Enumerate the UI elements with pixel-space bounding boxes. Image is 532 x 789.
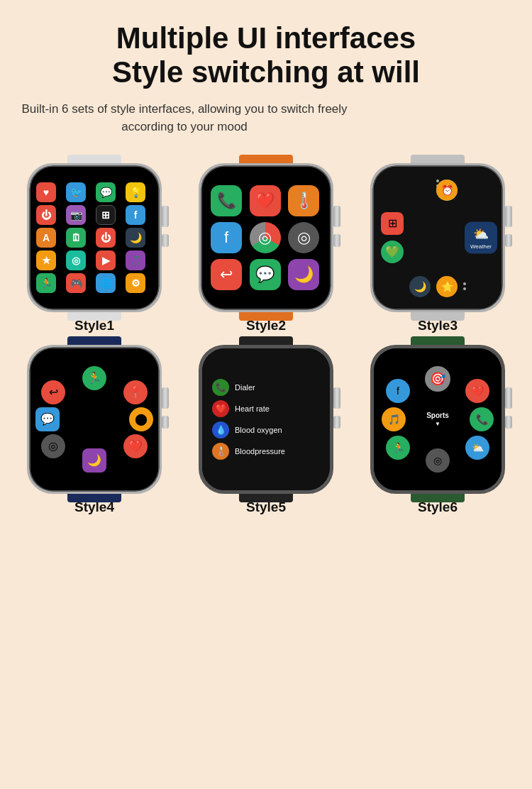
- watch-screen-style1: ♥ 🐦 💬 💡 ⏻ 📷 ⊞ f A 🗓 ⏻: [31, 167, 158, 309]
- menu-item-heartrate: ❤️ Heart rate: [212, 400, 320, 417]
- watch-container-style1: ♥ 🐦 💬 💡 ⏻ 📷 ⊞ f A 🗓 ⏻: [27, 163, 162, 312]
- menu-icon-heartrate: ❤️: [212, 400, 229, 417]
- watch-crown2-style3: [505, 234, 512, 247]
- watch-crown2-style1: [162, 234, 169, 247]
- watch-container-style3: 💬 ⏰ ⊞ 💚: [370, 163, 505, 312]
- watch-screen-style5: 📞 Dialer ❤️ Heart rate 💧 Blood oxygen: [202, 348, 330, 490]
- watch-case-style6: Sports ▼ 🎯 ❤️ 📞: [370, 345, 505, 494]
- menu-icon-dialer: 📞: [212, 379, 229, 396]
- watch-item-style2: 📞 ❤️ 🌡️ f ◎ ◎ ↩ 💬 🌙: [186, 163, 346, 333]
- watch-item-style1: ♥ 🐦 💬 💡 ⏻ 📷 ⊞ f A 🗓 ⏻: [14, 163, 174, 333]
- watch-case-style1: ♥ 🐦 💬 💡 ⏻ 📷 ⊞ f A 🗓 ⏻: [27, 163, 162, 312]
- watch-case-style3: 💬 ⏰ ⊞ 💚: [370, 163, 505, 312]
- watch-screen-style4: 🏃 📍 ⬤ ❤️ 🌙 ◎: [31, 348, 158, 490]
- menu-label-bloodpressure: Bloodpressure: [235, 447, 285, 456]
- watch-screen-style3: 💬 ⏰ ⊞ 💚: [374, 167, 501, 309]
- page-header: Multiple UI interfaces Style switching a…: [14, 21, 518, 156]
- menu-label-heartrate: Heart rate: [235, 404, 270, 413]
- watch-crown-style4: [162, 387, 169, 409]
- page-title: Multiple UI interfaces Style switching a…: [14, 21, 518, 90]
- menu-item-bloodoxygen: 💧 Blood oxygen: [212, 421, 320, 438]
- watch-screen-style2: 📞 ❤️ 🌡️ f ◎ ◎ ↩ 💬 🌙: [202, 167, 330, 309]
- watch-item-style4: 🏃 📍 ⬤ ❤️ 🌙 ◎: [14, 345, 174, 515]
- watch-case-style2: 📞 ❤️ 🌡️ f ◎ ◎ ↩ 💬 🌙: [199, 163, 333, 312]
- screen-content-style5: 📞 Dialer ❤️ Heart rate 💧 Blood oxygen: [202, 348, 330, 490]
- screen-content-style1: ♥ 🐦 💬 💡 ⏻ 📷 ⊞ f A 🗓 ⏻: [31, 167, 158, 309]
- page-subtitle: Built-in 6 sets of style interfaces, all…: [14, 100, 355, 136]
- watch-case-style5: 📞 Dialer ❤️ Heart rate 💧 Blood oxygen: [199, 345, 333, 494]
- watch-screen-style6: Sports ▼ 🎯 ❤️ 📞: [374, 348, 501, 490]
- menu-label-dialer: Dialer: [235, 383, 255, 392]
- menu-icon-bloodoxygen: 💧: [212, 421, 229, 438]
- watch-crown2-style2: [333, 234, 340, 247]
- watch-crown-style1: [162, 206, 169, 227]
- watch-crown-style5: [333, 387, 340, 409]
- watch-crown-style2: [333, 206, 340, 227]
- watch-item-style6: Sports ▼ 🎯 ❤️ 📞: [358, 345, 518, 515]
- watch-container-style4: 🏃 📍 ⬤ ❤️ 🌙 ◎: [27, 345, 162, 494]
- watch-item-style3: 💬 ⏰ ⊞ 💚: [358, 163, 518, 333]
- watch-container-style6: Sports ▼ 🎯 ❤️ 📞: [370, 345, 505, 494]
- watch-container-style2: 📞 ❤️ 🌡️ f ◎ ◎ ↩ 💬 🌙: [199, 163, 333, 312]
- sports-label: Sports: [426, 412, 449, 419]
- watch-item-style5: 📞 Dialer ❤️ Heart rate 💧 Blood oxygen: [186, 345, 346, 515]
- watch-crown-style6: [505, 387, 512, 409]
- watch-case-style4: 🏃 📍 ⬤ ❤️ 🌙 ◎: [27, 345, 162, 494]
- screen-content-style2: 📞 ❤️ 🌡️ f ◎ ◎ ↩ 💬 🌙: [202, 167, 330, 309]
- watches-grid: ♥ 🐦 💬 💡 ⏻ 📷 ⊞ f A 🗓 ⏻: [14, 163, 518, 515]
- menu-icon-bloodpressure: 🌡️: [212, 443, 229, 460]
- watch-crown-style3: [505, 206, 512, 227]
- watch-crown2-style6: [505, 416, 512, 429]
- menu-item-dialer: 📞 Dialer: [212, 379, 320, 396]
- menu-label-bloodoxygen: Blood oxygen: [235, 426, 282, 434]
- menu-item-bloodpressure: 🌡️ Bloodpressure: [212, 443, 320, 460]
- watch-crown2-style4: [162, 416, 169, 429]
- watch-crown2-style5: [333, 416, 340, 429]
- watch-container-style5: 📞 Dialer ❤️ Heart rate 💧 Blood oxygen: [199, 345, 333, 494]
